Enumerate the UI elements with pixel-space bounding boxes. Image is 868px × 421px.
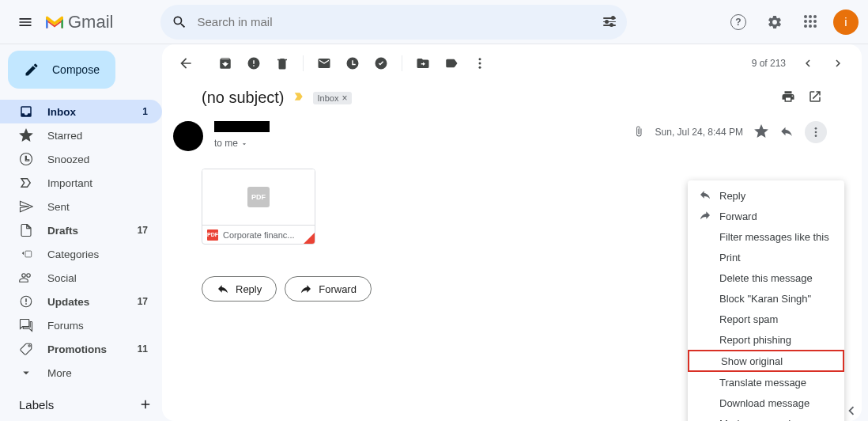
sidebar-item-categories[interactable]: Categories [0,242,162,266]
sender-name [214,121,270,132]
menu-item-translate-message[interactable]: Translate message [688,372,844,393]
menu-item-report-phishing[interactable]: Report phishing [688,329,844,350]
side-panel-toggle-icon[interactable] [843,402,860,419]
hamburger-icon [17,14,33,30]
sidebar-item-social[interactable]: Social [0,266,162,290]
report-spam-button[interactable] [241,51,266,76]
menu-item-mark-as-unread[interactable]: Mark as unread [688,413,844,421]
support-button[interactable]: ? [724,8,753,36]
print-button[interactable] [781,89,795,106]
reply-icon [217,283,229,295]
important-marker-icon[interactable] [292,90,305,106]
recipient-line[interactable]: to me [214,138,270,149]
attachment-indicator-icon [633,126,644,139]
sidebar-item-label: Forums [47,320,153,332]
menu-item-filter-messages-like-this[interactable]: Filter messages like this [688,226,844,247]
move-to-button[interactable] [410,51,436,76]
page-counter: 9 of 213 [752,58,786,69]
message-header: to me Sun, Jul 24, 8:44 PM [162,110,862,154]
menu-item-forward[interactable]: Forward [688,206,844,226]
search-bar[interactable] [160,5,627,40]
clock-icon [19,152,33,166]
sidebar-item-promotions[interactable]: Promotions11 [0,337,162,361]
sidebar-item-starred[interactable]: Starred [0,123,162,147]
sidebar-item-label: Social [47,272,153,284]
menu-item-print[interactable]: Print [688,247,844,267]
search-options-icon[interactable] [603,17,616,26]
snooze-button[interactable] [340,51,365,76]
menu-item-show-original[interactable]: Show original [688,350,844,372]
star-button[interactable] [754,124,768,141]
older-button[interactable] [825,51,851,76]
sidebar-item-forums[interactable]: Forums [0,313,162,337]
sidebar: Compose Inbox1StarredSnoozedImportantSen… [0,44,162,421]
sidebar-item-count: 17 [138,225,148,236]
google-apps-button[interactable] [797,8,825,36]
sidebar-item-more[interactable]: More [0,361,162,385]
add-label-icon[interactable] [138,397,153,412]
menu-item-download-message[interactable]: Download message [688,393,844,413]
main-panel: 9 of 213 (no subject) Inbox× to me [162,44,862,421]
header-actions: ? i [724,8,859,36]
main-menu-button[interactable] [9,6,41,38]
sender-avatar[interactable] [173,121,203,151]
sidebar-item-label: Snoozed [47,154,153,165]
label-item[interactable]: Boxbe Waiting List [0,415,162,421]
menu-item-report-spam[interactable]: Report spam [688,309,844,329]
svg-point-3 [479,63,481,65]
gmail-m-icon [44,14,65,30]
svg-point-4 [479,66,481,69]
promotions-icon [19,342,33,356]
account-avatar[interactable]: i [833,9,859,35]
menu-item-delete-this-message[interactable]: Delete this message [688,267,844,288]
open-new-window-button[interactable] [808,89,822,106]
inbox-icon [19,104,33,119]
menu-item-block-karan-singh-[interactable]: Block "Karan Singh" [688,288,844,309]
mark-unread-button[interactable] [311,51,337,76]
menu-item-label: Reply [719,190,745,202]
svg-point-2 [479,58,481,60]
menu-item-label: Download message [719,397,810,409]
reply-quick-button[interactable] [779,124,794,141]
message-context-menu: ReplyForwardFilter messages like thisPri… [688,180,844,421]
back-button[interactable] [173,51,198,76]
menu-item-label: Filter messages like this [719,231,829,243]
add-task-button[interactable] [368,51,394,76]
svg-point-5 [815,127,817,130]
sidebar-item-snoozed[interactable]: Snoozed [0,147,162,171]
menu-item-label: Forward [719,210,757,222]
email-date: Sun, Jul 24, 8:44 PM [655,127,743,138]
sidebar-item-important[interactable]: Important [0,171,162,195]
forward-button[interactable]: Forward [285,276,372,302]
sidebar-item-updates[interactable]: Updates17 [0,290,162,313]
menu-item-label: Delete this message [719,272,813,284]
compose-button[interactable]: Compose [8,51,115,89]
sidebar-item-inbox[interactable]: Inbox1 [0,100,162,123]
chip-close-icon[interactable]: × [342,93,347,104]
message-more-button[interactable] [805,121,827,143]
pencil-icon [24,62,40,78]
sidebar-item-sent[interactable]: Sent [0,195,162,218]
menu-item-reply[interactable]: Reply [688,185,844,206]
pdf-file-icon: PDF [207,229,218,241]
more-toolbar-button[interactable] [467,51,492,76]
search-input[interactable] [197,15,603,28]
menu-item-label: Report spam [719,313,778,325]
delete-button[interactable] [270,51,295,76]
newer-button[interactable] [795,51,821,76]
labels-button[interactable] [439,51,464,76]
sidebar-item-label: Starred [47,130,153,142]
svg-point-7 [815,135,817,137]
settings-button[interactable] [760,8,789,36]
apps-grid-icon [804,15,818,29]
sent-icon [19,199,33,214]
sidebar-item-count: 11 [138,343,148,355]
chevron-down-icon [240,140,248,148]
attachment-card[interactable]: PDF PDF Corporate financ... [202,169,315,245]
reply-button[interactable]: Reply [202,276,277,302]
sidebar-item-drafts[interactable]: Drafts17 [0,218,162,242]
archive-button[interactable] [213,51,238,76]
gmail-logo[interactable]: Gmail [44,12,113,32]
search-icon [172,14,187,30]
inbox-chip[interactable]: Inbox× [313,92,353,104]
